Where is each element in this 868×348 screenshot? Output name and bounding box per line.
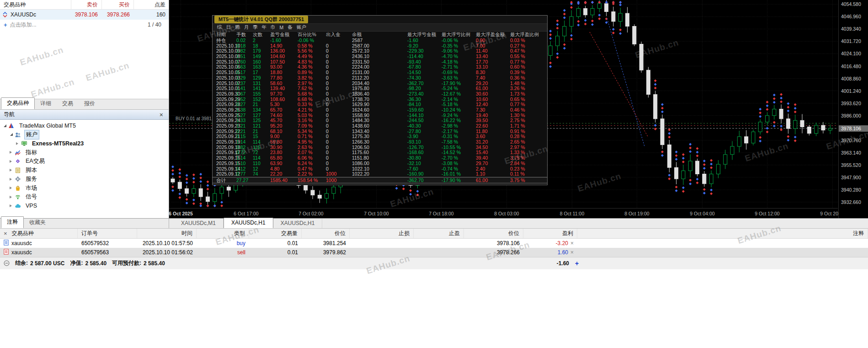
price-tick: 3970.760: [841, 138, 861, 143]
tree-collapsed-arrow-icon[interactable]: [15, 142, 21, 145]
nav-item-label: 市场: [24, 184, 38, 193]
stats-total: 合计27.271585.40158.54 %1000-362.70-17.90 …: [213, 177, 547, 183]
tree-expanded-arrow-icon[interactable]: [2, 124, 8, 127]
stats-titlebar[interactable]: MT5一键统计 V4.01 QQ群 200037751: [213, 16, 547, 24]
positions-col-header-8[interactable]: 价位: [464, 229, 523, 238]
tree-collapsed-arrow-icon[interactable]: [8, 151, 15, 154]
time-tick: 6 Oct 2025: [169, 211, 193, 216]
nav-item-label: 指标: [24, 148, 38, 157]
tree-expanded-arrow-icon[interactable]: [8, 133, 15, 136]
stats-panel: MT5一键统计 V4.01 QQ群 200037751 综日周月季年巾M备账户 …: [212, 15, 548, 185]
collapse-icon[interactable]: [4, 260, 10, 266]
positions-col-header-6[interactable]: 止损: [350, 229, 414, 238]
close-position-button[interactable]: ×: [570, 249, 574, 256]
nav-item-indicators[interactable]: 指标: [0, 148, 169, 157]
tree-collapsed-arrow-icon[interactable]: [8, 169, 15, 171]
nav-item-server[interactable]: Exness-MT5Real23: [0, 139, 169, 148]
chart-tab-1[interactable]: XAUUSDc,H1: [224, 218, 273, 228]
toolbox-tab-1[interactable]: 收藏夹: [24, 217, 51, 228]
stats-toolbar-button-9[interactable]: 账户: [297, 24, 306, 31]
toolbox-close-button[interactable]: ×: [4, 230, 7, 237]
price-tick: 3947.900: [841, 175, 861, 180]
stats-toolbar-button-6[interactable]: 巾: [271, 24, 276, 31]
nav-item-signals[interactable]: 信号: [0, 193, 169, 202]
nav-tree: TradeMax Global MT5 账户 Exness-MT5Real23 …: [0, 120, 169, 210]
chart-tab-2[interactable]: XAUUSDc,H1: [273, 219, 323, 228]
time-tick: 7 Oct 10:00: [364, 211, 389, 216]
positions-col-header-7[interactable]: 止盈: [414, 229, 464, 238]
stats-toolbar-button-8[interactable]: 备: [288, 24, 293, 31]
tree-collapsed-arrow-icon[interactable]: [8, 204, 15, 207]
stats-row: 2025.09.220.212168.105.34 %01343.40-27.8…: [213, 129, 547, 134]
stats-toolbar-button-1[interactable]: 日: [226, 24, 231, 31]
column-header-spread[interactable]: 点差: [133, 0, 169, 9]
positions-col-header-10[interactable]: 注释: [577, 229, 868, 238]
tree-collapsed-arrow-icon[interactable]: [8, 160, 15, 163]
close-icon[interactable]: ×: [158, 112, 165, 118]
mt5-logo-icon: [8, 123, 16, 129]
position-profit: -3.20: [556, 240, 568, 246]
expand-profit-button[interactable]: +: [575, 260, 579, 267]
stats-row: 2025.09.180.8211530.902.63 %01206.50-126…: [213, 145, 547, 150]
stats-col-header: 最大浮亏金额: [407, 32, 442, 38]
price-scale[interactable]: 4054.5804046.9604039.3404031.7204024.100…: [838, 0, 868, 218]
stats-toolbar-button-4[interactable]: 季: [253, 24, 258, 31]
stats-toolbar-button-0[interactable]: 综: [217, 24, 222, 31]
nav-item-scripts[interactable]: 脚本: [0, 166, 169, 175]
market-tab-1[interactable]: 详细: [35, 98, 57, 109]
positions-col-header-1[interactable]: 订单号: [78, 229, 137, 238]
nav-item-market[interactable]: 市场: [0, 184, 169, 193]
market-watch-row[interactable]: XAUUSDc 3978.106 3978.266 160: [0, 10, 169, 20]
time-axis[interactable]: 6 Oct 20256 Oct 17:007 Oct 02:007 Oct 10…: [169, 208, 838, 218]
stats-toolbar-button-3[interactable]: 月: [244, 24, 249, 31]
time-tick: 6 Oct 17:00: [234, 211, 258, 216]
stats-toolbar-button-2[interactable]: 周: [235, 24, 240, 31]
nav-item-services[interactable]: 服务: [0, 175, 169, 184]
nav-item-vps[interactable]: VPS: [0, 202, 169, 211]
stats-toolbar-button-5[interactable]: 年: [262, 24, 267, 31]
positions-col-header-4[interactable]: 交易量: [249, 229, 302, 238]
position-current-price: 3978.266: [464, 249, 523, 256]
close-position-button[interactable]: ×: [570, 240, 574, 246]
nav-item-mt5-logo[interactable]: TradeMax Global MT5: [0, 121, 169, 130]
nav-item-accounts[interactable]: 账户: [0, 130, 169, 139]
buy-price: 3978.266: [101, 11, 133, 18]
add-symbol-label: 点击添加...: [10, 21, 37, 29]
column-header-symbol[interactable]: 交易品种: [0, 0, 71, 9]
position-icon: [4, 240, 9, 247]
positions-col-header-5[interactable]: 价位: [302, 229, 350, 238]
positions-col-header-3[interactable]: 类型: [197, 229, 249, 238]
stats-toolbar: 综日周月季年巾M备账户: [213, 24, 547, 32]
toolbox-tab-0[interactable]: 注释: [1, 216, 24, 228]
indicators-icon: [15, 149, 22, 155]
position-row[interactable]: xauusdc 650579532 2025.10.10 01:57:50 bu…: [0, 239, 868, 248]
nav-item-ea[interactable]: EA交易: [0, 157, 169, 166]
nav-item-label: 账户: [24, 130, 39, 139]
tree-collapsed-arrow-icon[interactable]: [8, 178, 15, 181]
stats-toolbar-button-7[interactable]: M: [280, 25, 284, 30]
symbol-icon: [3, 12, 8, 17]
current-price-label: 3978.106: [839, 125, 868, 132]
position-row[interactable]: xauusdc 650579563 2025.10.10 01:56:02 se…: [0, 248, 868, 257]
market-watch-tabs: 交易品种详细交易报价: [0, 99, 169, 110]
tree-collapsed-arrow-icon[interactable]: [8, 187, 15, 189]
chart-tab-0[interactable]: XAUUSDc,M1: [174, 219, 224, 228]
market-watch-add-row[interactable]: + 点击添加... 1 / 40: [0, 20, 169, 30]
position-volume: 0.01: [249, 240, 302, 246]
price-tick: 4016.480: [841, 64, 861, 69]
add-symbol-icon: +: [4, 21, 7, 28]
positions-col-header-9[interactable]: 盈利: [523, 229, 577, 238]
market-tab-0[interactable]: 交易品种: [1, 97, 35, 109]
stats-col-header: 次数: [253, 32, 270, 38]
market-tab-2[interactable]: 交易: [57, 98, 79, 109]
stats-col-header: 出入金: [326, 32, 352, 38]
price-tick: 4031.720: [841, 38, 861, 44]
positions-col-header-0[interactable]: ×交易品种: [0, 229, 78, 238]
column-header-sell[interactable]: 卖价: [71, 0, 101, 9]
position-order: 650579532: [78, 240, 137, 246]
tree-collapsed-arrow-icon[interactable]: [8, 196, 15, 198]
market-tab-3[interactable]: 报价: [79, 98, 101, 109]
positions-col-header-2[interactable]: 时间: [137, 229, 197, 238]
column-header-buy[interactable]: 买价: [101, 0, 133, 9]
services-icon: [15, 176, 22, 182]
